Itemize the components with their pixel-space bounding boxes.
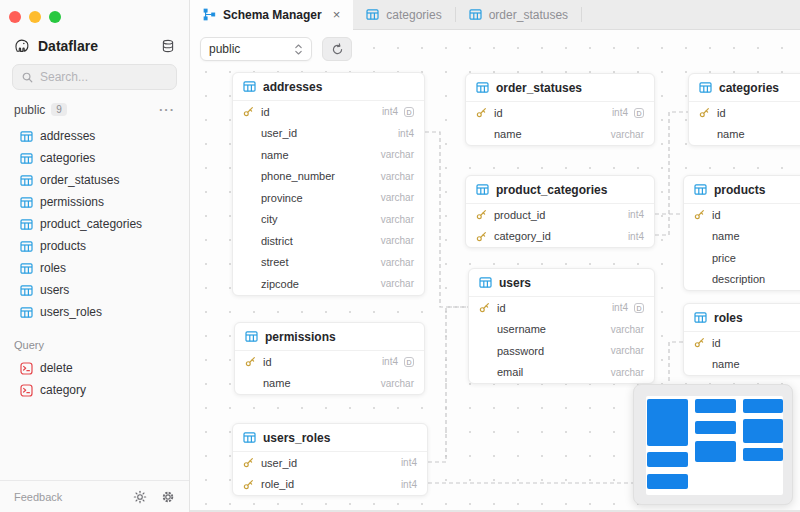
table-card-addresses[interactable]: addressesidint4Duser_idint4namevarcharph… — [232, 72, 425, 296]
sidebar-item-order_statuses[interactable]: order_statuses — [0, 169, 189, 191]
sidebar-item-products[interactable]: products — [0, 235, 189, 257]
column-type: int4 — [401, 457, 417, 468]
minimap-node — [647, 399, 688, 446]
default-value-badge: D — [634, 108, 644, 118]
column-type: int4 — [382, 106, 398, 117]
column-name: phone_number — [261, 170, 375, 182]
schema-select[interactable]: public — [200, 37, 312, 61]
table-name: products — [714, 183, 765, 197]
schema-canvas[interactable]: public addressesidint4Duser_idint4nameva… — [190, 30, 800, 512]
table-card-categories[interactable]: categoriesidname — [688, 73, 800, 146]
zoom-window-button[interactable] — [49, 11, 61, 23]
column-type: varchar — [611, 129, 644, 140]
table-card-header: products — [684, 176, 800, 204]
terminal-icon — [20, 384, 33, 397]
table-card-header: addresses — [233, 73, 424, 101]
search-icon — [21, 71, 34, 84]
default-value-badge: D — [634, 303, 644, 313]
app-title: Dataflare — [38, 38, 153, 54]
column-row: name — [684, 226, 800, 248]
close-tab-icon[interactable]: × — [333, 7, 341, 22]
table-card-header: order_statuses — [466, 74, 654, 102]
terminal-icon — [20, 362, 33, 375]
column-type: varchar — [381, 192, 414, 203]
search-input[interactable] — [40, 70, 160, 84]
column-name: user_id — [261, 457, 395, 469]
database-icon[interactable] — [161, 39, 175, 53]
minimap[interactable] — [633, 384, 793, 505]
relationship-line-users_roles-user_id-to-users-id — [428, 307, 468, 462]
canvas-toolbar: public — [200, 37, 352, 61]
search-box[interactable] — [12, 64, 177, 90]
column-name: id — [263, 356, 376, 368]
tab-order-statuses[interactable]: order_statuses — [456, 0, 581, 29]
table-list: addressescategoriesorder_statusespermiss… — [0, 123, 189, 325]
table-card-product_categories[interactable]: product_categoriesproduct_idint4category… — [465, 175, 655, 248]
sidebar-item-product_categories[interactable]: product_categories — [0, 213, 189, 235]
schema-icon — [203, 8, 216, 21]
settings-gear-icon[interactable] — [161, 490, 175, 504]
table-card-products[interactable]: productsidnamepricedescription — [683, 175, 800, 291]
sidebar-item-addresses[interactable]: addresses — [0, 125, 189, 147]
table-card-permissions[interactable]: permissionsidint4Dnamevarchar — [234, 322, 425, 395]
column-name: price — [712, 252, 800, 264]
feedback-link[interactable]: Feedback — [14, 491, 119, 503]
column-name: email — [497, 366, 605, 378]
table-icon — [694, 311, 707, 324]
tab-label: Schema Manager — [223, 8, 322, 22]
column-name: zipcode — [261, 278, 375, 290]
table-card-users[interactable]: usersidint4Dusernamevarcharpasswordvarch… — [468, 268, 655, 384]
table-icon — [20, 174, 33, 187]
table-card-users_roles[interactable]: users_rolesuser_idint4role_idint4 — [232, 423, 428, 496]
column-name: name — [717, 128, 800, 140]
column-row: namevarchar — [233, 144, 424, 166]
sidebar-item-categories[interactable]: categories — [0, 147, 189, 169]
minimize-window-button[interactable] — [29, 11, 41, 23]
column-row: idint4D — [466, 102, 654, 124]
theme-sun-icon[interactable] — [133, 490, 147, 504]
table-icon — [20, 218, 33, 231]
column-row: user_idint4 — [233, 452, 427, 474]
column-name: name — [712, 230, 800, 242]
table-icon — [699, 81, 712, 94]
primary-key-icon — [476, 231, 488, 242]
table-card-order_statuses[interactable]: order_statusesidint4Dnamevarchar — [465, 73, 655, 146]
sidebar-item-roles[interactable]: roles — [0, 257, 189, 279]
sidebar-item-users[interactable]: users — [0, 279, 189, 301]
column-type: varchar — [381, 257, 414, 268]
tab-categories[interactable]: categories — [353, 0, 454, 29]
table-icon — [476, 183, 489, 196]
table-icon — [245, 330, 258, 343]
sidebar-item-permissions[interactable]: permissions — [0, 191, 189, 213]
query-item-category[interactable]: category — [0, 379, 189, 401]
schema-row[interactable]: public 9 ··· — [0, 90, 189, 123]
close-window-button[interactable] — [9, 11, 21, 23]
column-name: id — [712, 209, 800, 221]
primary-key-icon — [699, 107, 711, 118]
column-row: id — [684, 332, 800, 354]
sidebar-item-label: roles — [40, 261, 66, 275]
column-row: idint4D — [233, 101, 424, 123]
column-name: id — [497, 302, 606, 314]
table-icon — [20, 152, 33, 165]
column-type: varchar — [611, 324, 644, 335]
column-name: id — [712, 337, 800, 349]
more-options-icon[interactable]: ··· — [159, 102, 175, 117]
query-item-label: category — [40, 383, 86, 397]
tab-schema-manager[interactable]: Schema Manager × — [190, 0, 353, 30]
sidebar-item-label: addresses — [40, 129, 95, 143]
refresh-button[interactable] — [322, 37, 352, 61]
sidebar-item-users_roles[interactable]: users_roles — [0, 301, 189, 323]
table-card-header: permissions — [235, 323, 424, 351]
column-type: int4 — [382, 356, 398, 367]
table-name: users — [499, 276, 531, 290]
table-icon — [479, 276, 492, 289]
sidebar-item-label: users — [40, 283, 69, 297]
table-name: users_roles — [263, 431, 330, 445]
primary-key-icon — [694, 337, 706, 348]
window-controls — [0, 0, 189, 30]
table-icon — [20, 240, 33, 253]
query-item-delete[interactable]: delete — [0, 357, 189, 379]
table-card-roles[interactable]: rolesidname — [683, 303, 800, 376]
column-type: varchar — [381, 149, 414, 160]
